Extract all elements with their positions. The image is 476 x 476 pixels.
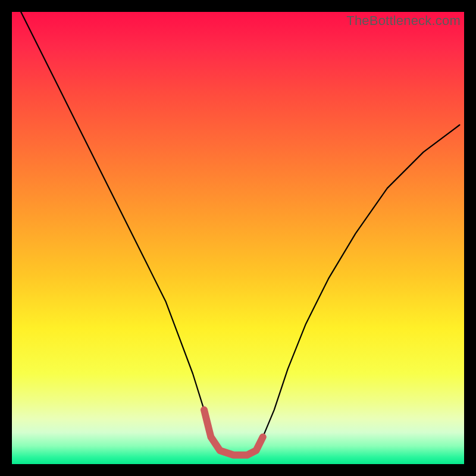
curve-layer xyxy=(12,12,464,464)
plot-area: TheBottleneck.com xyxy=(12,12,464,464)
curve-highlight xyxy=(204,410,263,455)
curve-main xyxy=(21,12,459,455)
chart-frame: TheBottleneck.com xyxy=(0,0,476,476)
